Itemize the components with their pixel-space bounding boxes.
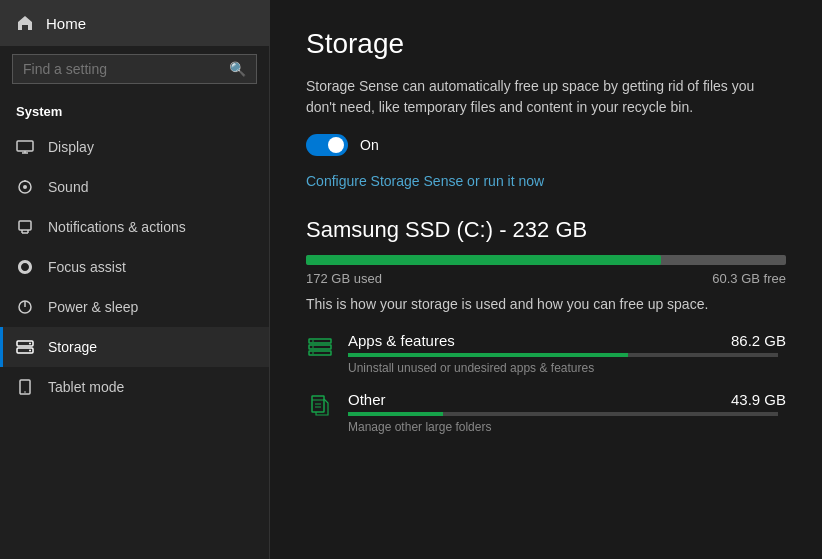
- other-content: Other 43.9 GB Manage other large folders: [348, 391, 786, 434]
- focus-icon: [16, 258, 34, 276]
- sidebar-item-storage[interactable]: Storage: [0, 327, 269, 367]
- apps-features-header: Apps & features 86.2 GB: [348, 332, 786, 349]
- other-header: Other 43.9 GB: [348, 391, 786, 408]
- sidebar-item-tablet[interactable]: Tablet mode: [0, 367, 269, 407]
- configure-link[interactable]: Configure Storage Sense or run it now: [306, 173, 544, 189]
- svg-rect-0: [17, 141, 33, 151]
- apps-features-name: Apps & features: [348, 332, 455, 349]
- list-item[interactable]: Apps & features 86.2 GB Uninstall unused…: [306, 332, 786, 375]
- power-label: Power & sleep: [48, 299, 138, 315]
- sidebar-item-notifications[interactable]: Notifications & actions: [0, 207, 269, 247]
- sidebar-item-focus[interactable]: Focus assist: [0, 247, 269, 287]
- system-section-label: System: [0, 92, 269, 127]
- storage-icon: [16, 338, 34, 356]
- toggle-label: On: [360, 137, 379, 153]
- apps-features-subtitle: Uninstall unused or undesired apps & fea…: [348, 361, 786, 375]
- notifications-icon: [16, 218, 34, 236]
- main-content: Storage Storage Sense can automatically …: [270, 0, 822, 559]
- storage-bar: [306, 255, 786, 265]
- drive-title: Samsung SSD (C:) - 232 GB: [306, 217, 786, 243]
- home-label: Home: [46, 15, 86, 32]
- apps-icon: [306, 334, 334, 362]
- search-box[interactable]: 🔍: [12, 54, 257, 84]
- sound-label: Sound: [48, 179, 88, 195]
- list-item[interactable]: Other 43.9 GB Manage other large folders: [306, 391, 786, 434]
- sidebar-item-sound[interactable]: Sound: [0, 167, 269, 207]
- sidebar-item-power[interactable]: Power & sleep: [0, 287, 269, 327]
- svg-rect-6: [19, 221, 31, 230]
- other-name: Other: [348, 391, 386, 408]
- storage-usage-description: This is how your storage is used and how…: [306, 296, 786, 312]
- storage-labels: 172 GB used 60.3 GB free: [306, 271, 786, 286]
- storage-sense-description: Storage Sense can automatically free up …: [306, 76, 786, 118]
- svg-point-4: [23, 185, 27, 189]
- other-bar-fill: [348, 412, 443, 416]
- sidebar: Home 🔍 System Display Sound: [0, 0, 270, 559]
- sound-icon: [16, 178, 34, 196]
- display-icon: [16, 138, 34, 156]
- home-icon: [16, 14, 34, 32]
- storage-label: Storage: [48, 339, 97, 355]
- notifications-label: Notifications & actions: [48, 219, 186, 235]
- free-label: 60.3 GB free: [712, 271, 786, 286]
- page-title: Storage: [306, 28, 786, 60]
- sidebar-item-display[interactable]: Display: [0, 127, 269, 167]
- sidebar-home-button[interactable]: Home: [0, 0, 269, 46]
- apps-features-size: 86.2 GB: [731, 332, 786, 349]
- storage-bar-used: [306, 255, 661, 265]
- apps-features-content: Apps & features 86.2 GB Uninstall unused…: [348, 332, 786, 375]
- search-icon: 🔍: [229, 61, 246, 77]
- power-icon: [16, 298, 34, 316]
- apps-features-bar-fill: [348, 353, 628, 357]
- used-label: 172 GB used: [306, 271, 382, 286]
- other-subtitle: Manage other large folders: [348, 420, 786, 434]
- svg-point-17: [24, 391, 26, 393]
- display-label: Display: [48, 139, 94, 155]
- toggle-row: On: [306, 134, 786, 156]
- other-size: 43.9 GB: [731, 391, 786, 408]
- other-bar: [348, 412, 778, 416]
- search-input[interactable]: [23, 61, 221, 77]
- apps-features-bar: [348, 353, 778, 357]
- svg-point-15: [29, 350, 31, 352]
- tablet-label: Tablet mode: [48, 379, 124, 395]
- other-icon: [306, 393, 334, 421]
- storage-sense-toggle[interactable]: [306, 134, 348, 156]
- focus-label: Focus assist: [48, 259, 126, 275]
- tablet-icon: [16, 378, 34, 396]
- svg-point-14: [29, 343, 31, 345]
